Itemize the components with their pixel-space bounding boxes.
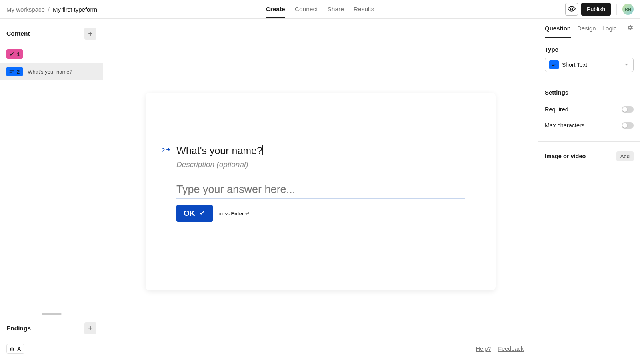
maxchars-label: Max characters bbox=[545, 122, 584, 129]
add-content-button[interactable]: + bbox=[84, 28, 96, 40]
check-icon bbox=[9, 51, 14, 57]
text-cursor bbox=[262, 145, 263, 155]
type-value: Short Text bbox=[562, 62, 587, 68]
settings-heading: Settings bbox=[545, 89, 634, 96]
bars-icon bbox=[9, 346, 15, 352]
preview-button[interactable] bbox=[565, 3, 578, 16]
item-chip-1: 1 bbox=[6, 49, 23, 59]
svg-rect-5 bbox=[13, 348, 14, 351]
header: My workspace / My first typeform Create … bbox=[0, 0, 640, 19]
item-chip-2: 2 bbox=[6, 67, 23, 76]
tab-design[interactable]: Design bbox=[577, 19, 596, 38]
add-media-button[interactable]: Add bbox=[616, 151, 634, 161]
content-title: Content bbox=[6, 30, 30, 37]
required-label: Required bbox=[545, 106, 568, 113]
endings-title: Endings bbox=[6, 325, 31, 332]
help-link[interactable]: Help? bbox=[476, 346, 491, 352]
gear-icon bbox=[626, 26, 634, 32]
arrow-right-icon bbox=[166, 147, 171, 153]
feedback-link[interactable]: Feedback bbox=[498, 346, 524, 352]
answer-input[interactable] bbox=[176, 182, 465, 199]
press-text: press bbox=[218, 211, 230, 217]
avatar[interactable]: RH bbox=[622, 4, 634, 15]
tab-create[interactable]: Create bbox=[266, 0, 285, 18]
item-num-2: 2 bbox=[17, 69, 20, 75]
ok-label: OK bbox=[184, 209, 195, 218]
breadcrumb: My workspace / My first typeform bbox=[6, 6, 97, 13]
required-toggle[interactable] bbox=[622, 106, 634, 113]
question-number-value: 2 bbox=[162, 147, 165, 153]
chevron-down-icon bbox=[624, 62, 629, 68]
item-label-2: What's your name? bbox=[28, 69, 72, 75]
content-section-head: Content + bbox=[0, 19, 103, 45]
add-ending-button[interactable]: + bbox=[84, 322, 96, 334]
tab-share[interactable]: Share bbox=[327, 0, 344, 18]
tab-results[interactable]: Results bbox=[354, 0, 374, 18]
breadcrumb-separator: / bbox=[48, 6, 50, 13]
check-icon bbox=[198, 209, 206, 218]
press-enter-hint: press Enter ↵ bbox=[218, 211, 250, 217]
type-heading: Type bbox=[545, 46, 634, 53]
svg-rect-4 bbox=[12, 347, 12, 350]
tab-question[interactable]: Question bbox=[545, 19, 571, 38]
enter-text: Enter bbox=[231, 211, 244, 217]
ending-chip: A bbox=[6, 344, 24, 354]
breadcrumb-form[interactable]: My first typeform bbox=[53, 6, 97, 13]
maxchars-toggle[interactable] bbox=[622, 122, 634, 129]
svg-point-0 bbox=[571, 8, 573, 10]
header-divider bbox=[616, 4, 617, 15]
canvas-wrap: 2 What's your name? Description (optiona… bbox=[103, 19, 538, 364]
sidebar-left: Content + 1 2 bbox=[0, 19, 103, 364]
media-label: Image or video bbox=[545, 153, 586, 159]
sidebar-right: Question Design Logic Type Short Text bbox=[538, 19, 640, 364]
ok-button[interactable]: OK bbox=[176, 205, 213, 222]
question-title-input[interactable]: What's your name? bbox=[176, 145, 263, 157]
ending-item-a[interactable]: A bbox=[0, 340, 103, 358]
question-title-text: What's your name? bbox=[176, 145, 262, 156]
breadcrumb-workspace[interactable]: My workspace bbox=[6, 6, 45, 13]
settings-gear-button[interactable] bbox=[626, 24, 634, 32]
right-tabs: Question Design Logic bbox=[538, 19, 640, 38]
plus-icon: + bbox=[88, 30, 93, 38]
content-item-2[interactable]: 2 What's your name? bbox=[0, 63, 103, 80]
publish-button[interactable]: Publish bbox=[581, 3, 611, 16]
question-description-input[interactable]: Description (optional) bbox=[176, 160, 465, 169]
tab-connect[interactable]: Connect bbox=[295, 0, 318, 18]
item-num-1: 1 bbox=[17, 51, 20, 57]
footer-links: Help? Feedback bbox=[476, 346, 524, 352]
content-item-1[interactable]: 1 bbox=[0, 45, 103, 63]
return-icon: ↵ bbox=[245, 211, 250, 217]
tab-logic[interactable]: Logic bbox=[602, 19, 617, 38]
plus-icon: + bbox=[88, 324, 93, 332]
short-text-icon bbox=[9, 69, 14, 74]
question-number: 2 bbox=[162, 145, 171, 153]
endings-section-head: Endings + bbox=[0, 315, 103, 340]
eye-icon bbox=[568, 5, 576, 14]
type-select[interactable]: Short Text bbox=[545, 58, 634, 72]
question-canvas: 2 What's your name? Description (optiona… bbox=[146, 93, 496, 290]
svg-rect-3 bbox=[10, 348, 11, 351]
header-right: Publish RH bbox=[565, 3, 634, 16]
short-text-icon bbox=[549, 60, 559, 69]
header-tabs: Create Connect Share Results bbox=[266, 0, 374, 18]
ending-num: A bbox=[17, 346, 21, 352]
